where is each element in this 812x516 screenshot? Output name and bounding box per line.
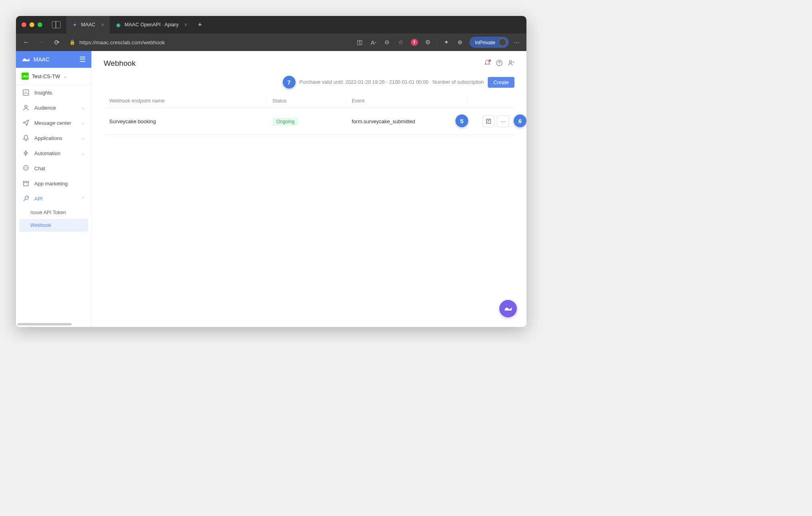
table-row: Surveycake booking Ongoing form.surveyca… xyxy=(104,108,514,135)
inprivate-badge[interactable]: InPrivate xyxy=(469,37,509,48)
chevron-down-icon: ⌄ xyxy=(81,105,85,110)
sidebar-item-app-marketing[interactable]: App marketing xyxy=(16,176,91,191)
chevron-down-icon: ⌄ xyxy=(81,136,85,141)
more-icon[interactable]: ⋯ xyxy=(510,36,522,48)
store-icon xyxy=(22,180,30,187)
close-tab-icon[interactable]: × xyxy=(101,22,104,28)
browser-tab-maac[interactable]: ✦ MAAC × xyxy=(66,16,110,33)
chevron-down-icon: ⌄ xyxy=(63,74,67,79)
browser-toolbar: ← → ⟳ 🔒 https://maac.cresclab.com/webhoo… xyxy=(16,33,526,51)
bolt-icon xyxy=(22,150,30,157)
help-button[interactable] xyxy=(496,60,503,67)
user-icon xyxy=(22,104,30,111)
sidebar-item-api[interactable]: API ⌃ xyxy=(16,191,91,206)
sidebar-subitem-webhook[interactable]: Webhook xyxy=(19,219,88,232)
nav-label: Audience xyxy=(34,105,56,111)
address-bar[interactable]: 🔒 https://maac.cresclab.com/webhook xyxy=(65,39,352,45)
sidebar-item-audience[interactable]: Audience ⌄ xyxy=(16,100,91,115)
key-icon[interactable]: ⚿ xyxy=(354,36,366,48)
extensions-icon[interactable]: ⚙ xyxy=(422,36,434,48)
send-icon xyxy=(22,119,30,126)
divider xyxy=(437,38,438,46)
tab-favicon-icon: ◉ xyxy=(115,22,121,28)
sidebar-item-applications[interactable]: Applications ⌄ xyxy=(16,130,91,146)
zoom-icon[interactable]: ⊖ xyxy=(381,36,393,48)
nav-label: Message center xyxy=(34,120,71,126)
svg-point-3 xyxy=(25,196,28,199)
traffic-lights xyxy=(22,22,42,27)
title-bar: ✦ MAAC × ◉ MAAC OpenAPI · Apiary × + xyxy=(16,16,526,33)
back-button[interactable]: ← xyxy=(20,36,33,49)
close-tab-icon[interactable]: × xyxy=(184,22,187,28)
annotation-5: 5 xyxy=(455,114,468,127)
avatar-icon xyxy=(499,38,507,46)
org-label: Test-CS-TW xyxy=(32,73,60,79)
help-fab-button[interactable] xyxy=(499,300,517,317)
col-header-status: Status xyxy=(272,98,340,104)
sidebar-item-insights[interactable]: Insights xyxy=(16,85,91,100)
purchase-info: Purchase valid until: 2022-01-20 19:26 -… xyxy=(300,79,429,85)
browser-window: ✦ MAAC × ◉ MAAC OpenAPI · Apiary × + ← →… xyxy=(16,16,526,327)
scrollbar[interactable] xyxy=(18,323,72,325)
tab-title: MAAC OpenAPI · Apiary xyxy=(124,22,178,28)
create-button[interactable]: Create xyxy=(488,77,514,88)
tab-title: MAAC xyxy=(81,22,95,28)
cell-status: Ongoing xyxy=(272,118,340,124)
subitem-label: Webhook xyxy=(30,223,51,228)
refresh-button[interactable]: ⟳ xyxy=(50,36,63,49)
new-tab-button[interactable]: + xyxy=(193,21,207,29)
sidebar-subitem-issue-api-token[interactable]: Issue API Token xyxy=(16,206,91,219)
more-actions-button[interactable]: ⋯ xyxy=(497,115,509,127)
sidebar-item-chat[interactable]: Chat xyxy=(16,161,91,176)
chart-bar-icon xyxy=(22,89,30,96)
account-button[interactable] xyxy=(508,60,514,67)
nav-label: App marketing xyxy=(34,181,68,187)
favorite-icon[interactable]: ☆ xyxy=(395,36,407,48)
app-logo-icon xyxy=(22,56,30,63)
header-actions xyxy=(484,60,514,67)
notification-dot-icon xyxy=(489,59,491,62)
nav-label: Automation xyxy=(34,150,61,156)
chevron-up-icon: ⌃ xyxy=(81,196,85,201)
close-window-button[interactable] xyxy=(22,22,26,27)
subitem-label: Issue API Token xyxy=(30,210,66,215)
app-name: MAAC xyxy=(34,56,49,63)
nav-label: Chat xyxy=(34,165,45,171)
url-text: https://maac.cresclab.com/webhook xyxy=(79,39,348,45)
chevron-down-icon: ⌄ xyxy=(81,120,85,126)
tab-favicon-icon: ✦ xyxy=(72,22,78,28)
minimize-window-button[interactable] xyxy=(30,22,34,27)
col-header-event: Event xyxy=(352,98,461,104)
main-panel: Webhook 7 Purchase valid until: 2 xyxy=(92,51,526,327)
menu-toggle-icon[interactable]: ☰ xyxy=(79,55,86,64)
browser-tab-apiary[interactable]: ◉ MAAC OpenAPI · Apiary × xyxy=(110,16,193,33)
socket-icon xyxy=(22,195,30,202)
page-title: Webhook xyxy=(104,59,136,68)
forward-button[interactable]: → xyxy=(35,36,48,49)
line-badge-icon: LINE xyxy=(22,73,29,80)
sidebar-toggle-icon[interactable] xyxy=(52,21,61,28)
bell-icon xyxy=(22,134,30,142)
ext-icon[interactable]: T xyxy=(408,36,420,48)
notifications-button[interactable] xyxy=(484,60,491,67)
org-selector[interactable]: LINE Test-CS-TW ⌄ xyxy=(16,68,91,85)
view-details-button[interactable] xyxy=(483,115,495,127)
lock-icon: 🔒 xyxy=(69,39,75,45)
collections-icon[interactable]: ⊕ xyxy=(454,36,466,48)
annotation-7: 7 xyxy=(283,76,296,89)
sidebar: MAAC ☰ LINE Test-CS-TW ⌄ Insights Audien… xyxy=(16,51,92,327)
table-header: Webhook endpoint name Status Event xyxy=(104,94,514,108)
sidebar-item-message-center[interactable]: Message center ⌄ xyxy=(16,115,91,130)
nav-label: API xyxy=(34,196,43,202)
sidebar-item-automation[interactable]: Automation ⌄ xyxy=(16,146,91,161)
maximize-window-button[interactable] xyxy=(37,22,42,27)
cell-event: form.surveycake_submitted xyxy=(352,118,473,124)
content-area: MAAC ☰ LINE Test-CS-TW ⌄ Insights Audien… xyxy=(16,51,526,327)
svg-rect-6 xyxy=(487,119,491,124)
annotation-6: 6 xyxy=(514,114,526,127)
page-header: Webhook xyxy=(104,59,514,68)
favorites-icon[interactable]: ✦ xyxy=(441,36,453,48)
inprivate-label: InPrivate xyxy=(475,39,495,45)
col-header-name: Webhook endpoint name xyxy=(109,98,261,104)
read-aloud-icon[interactable]: A» xyxy=(368,36,380,48)
